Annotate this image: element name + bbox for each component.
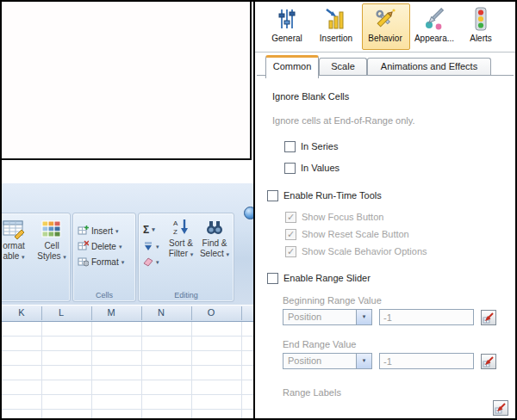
properties-panel: General Insertion (255, 2, 515, 418)
sort-filter-button[interactable]: A Z Sort & Filter ▾ (165, 218, 197, 260)
beginning-range-value-input[interactable] (379, 309, 474, 325)
chevron-down-icon: ▾ (156, 244, 159, 250)
toolbar-item-general[interactable]: General (264, 5, 310, 43)
find-select-button[interactable]: Find & Select ▾ (198, 218, 231, 260)
format-as-table-icon (3, 219, 25, 239)
enable-runtime-tools-row: Enable Run-Time Tools (267, 189, 382, 201)
enable-runtime-tools-checkbox[interactable] (267, 190, 278, 201)
beginning-range-value-row: Position ▾ (283, 309, 496, 325)
toolbar-label-insertion: Insertion (313, 34, 359, 43)
chevron-down-icon: ▾ (156, 259, 159, 266)
screenshot-root: ormat able ▾ Cell Style (0, 0, 517, 420)
tab-common[interactable]: Common (265, 55, 319, 78)
column-separator (91, 306, 92, 320)
format-as-table-button[interactable]: ormat able ▾ (2, 219, 34, 262)
toolbar-item-behavior[interactable]: Behavior (362, 5, 408, 43)
toolbar-item-appearance[interactable]: Appeara... (411, 5, 458, 43)
show-scale-behavior-options-label: Show Scale Behavior Options (302, 246, 427, 256)
column-separator (241, 306, 242, 320)
column-separator (191, 306, 192, 320)
chevron-down-icon: ▾ (119, 244, 122, 250)
toolbar-item-insertion[interactable]: Insertion (313, 5, 359, 43)
ribbon-group-styles: ormat able ▾ Cell Style (2, 213, 71, 302)
insert-label: Insert (91, 226, 113, 236)
beginning-range-cell-selector-button[interactable] (481, 310, 496, 325)
insert-cells-icon (78, 225, 89, 238)
show-reset-scale-button-label: Show Reset Scale Button (302, 229, 409, 239)
check-icon: ✓ (287, 212, 295, 222)
end-range-cell-selector-button[interactable] (481, 354, 496, 369)
chevron-down-icon: ▾ (152, 226, 155, 233)
column-header-m[interactable]: M (91, 307, 131, 318)
cell-styles-label-1: Cell (44, 241, 59, 250)
check-icon: ✓ (287, 229, 295, 239)
column-header-k[interactable]: K (2, 307, 41, 318)
help-orb-icon[interactable] (244, 207, 255, 219)
range-labels-label: Range Labels (283, 387, 341, 398)
svg-text:A: A (173, 219, 178, 227)
fill-button[interactable]: ▾ (143, 240, 159, 253)
editing-group-label: Editing (139, 291, 234, 300)
end-range-value-label: End Range Value (283, 339, 356, 349)
cell-styles-label-2: Styles (37, 251, 60, 261)
end-range-value-input[interactable] (379, 353, 474, 369)
worksheet-grid[interactable] (2, 322, 253, 418)
enable-runtime-tools-label: Enable Run-Time Tools (283, 190, 382, 201)
sliders-icon (273, 5, 301, 33)
tab-animations-and-effects[interactable]: Animations and Effects (367, 58, 491, 76)
insert-cells-button[interactable]: Insert ▾ (78, 225, 119, 238)
range-labels-cell-selector-button[interactable] (493, 400, 508, 416)
sort-az-icon: A Z (172, 218, 190, 237)
cell-selector-icon (483, 355, 495, 368)
find-select-label-2: Select (200, 249, 224, 258)
column-separator (41, 306, 42, 320)
show-reset-scale-button-row: ✓ Show Reset Scale Button (285, 228, 409, 240)
autosum-button[interactable]: Σ ▾ (143, 223, 155, 236)
tab-scale[interactable]: Scale (319, 58, 367, 76)
clear-button[interactable]: ▾ (143, 256, 159, 269)
chevron-down-icon[interactable]: ▾ (356, 310, 371, 324)
in-values-checkbox[interactable] (284, 163, 296, 174)
show-scale-behavior-options-checkbox: ✓ (285, 246, 296, 257)
chevron-down-icon: ▾ (121, 259, 125, 266)
beginning-range-type-dropdown[interactable]: Position ▾ (283, 309, 372, 325)
format-cells-icon (78, 256, 89, 269)
format-label: Format (91, 257, 119, 267)
column-header-o[interactable]: O (191, 307, 231, 318)
excel-window: ormat able ▾ Cell Style (2, 2, 255, 418)
end-range-type-dropdown[interactable]: Position ▾ (283, 353, 372, 369)
ignore-blank-cells-note: Ignore cells at End-of-Range only. (272, 115, 415, 126)
column-header-row[interactable]: K L M N O (2, 306, 253, 322)
chevron-down-icon: ▾ (227, 251, 230, 257)
cell-selector-icon (495, 402, 507, 414)
format-as-table-label-1: ormat (3, 241, 25, 250)
excel-ribbon: ormat able ▾ Cell Style (2, 183, 253, 305)
in-values-row: In Values (284, 162, 339, 174)
show-focus-button-row: ✓ Show Focus Button (285, 211, 383, 223)
show-focus-button-checkbox: ✓ (285, 212, 296, 223)
chevron-down-icon: ▾ (115, 228, 119, 235)
delete-cells-button[interactable]: Delete ▾ (78, 240, 121, 253)
in-series-checkbox[interactable] (284, 141, 296, 152)
toolbar-item-alerts[interactable]: Alerts (458, 5, 504, 43)
paint-icon (420, 5, 448, 33)
in-values-label: In Values (301, 163, 339, 173)
check-icon: ✓ (287, 246, 295, 256)
toolbar-label-alerts: Alerts (458, 34, 504, 43)
ribbon-group-editing: Σ ▾ ▾ (138, 213, 234, 302)
chevron-down-icon[interactable]: ▾ (356, 354, 371, 368)
range-labels-row (493, 399, 508, 416)
enable-range-slider-checkbox[interactable] (267, 273, 278, 284)
column-header-n[interactable]: N (141, 307, 181, 318)
show-reset-scale-button-checkbox: ✓ (285, 229, 296, 240)
column-header-l[interactable]: L (41, 307, 81, 318)
format-cells-button[interactable]: Format ▾ (78, 256, 124, 269)
column-separator (141, 306, 142, 320)
enable-range-slider-label: Enable Range Slider (283, 273, 371, 283)
format-as-table-label-2: able (3, 251, 19, 261)
binoculars-icon (205, 218, 224, 237)
find-select-label-1: Find & (202, 238, 227, 248)
fill-icon (143, 241, 153, 253)
cell-styles-button[interactable]: Cell Styles ▾ (34, 219, 70, 262)
toolbar-separator (255, 52, 515, 52)
